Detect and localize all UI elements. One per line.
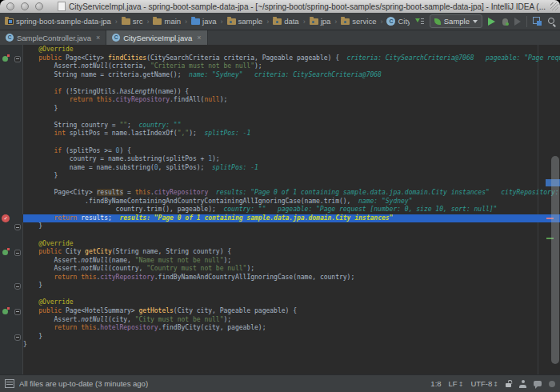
fold-end-icon[interactable] [14,283,21,290]
inspections-hector-icon[interactable] [519,380,526,388]
code-text: } [23,222,42,231]
zoom-window-button[interactable] [35,2,43,10]
breadcrumb-item-src[interactable]: src [120,16,145,26]
code-text: return this.hotelRepository.findByCity(c… [23,324,266,333]
gutter-cell[interactable] [0,307,23,316]
gutter-cell[interactable] [0,54,23,63]
code-text: Assert.notNull(city, "City must not be n… [23,316,231,325]
code-line: } [0,333,560,342]
encoding-select[interactable]: UTF-8↕ [470,379,498,388]
code-line [0,79,560,88]
gutter-cell [0,71,23,80]
code-text: String name = criteria.getName(); name: … [23,71,382,80]
code-text: if (!StringUtils.hasLength(name)) { [23,88,189,97]
code-text: } [23,282,42,290]
run-with-coverage-button[interactable] [514,18,521,26]
code-editor[interactable]: @Override public Page<City> findCities(C… [0,45,560,374]
code-line: } [0,341,560,350]
code-text: Assert.notNull(name, "Name must not be n… [23,257,231,266]
gutter-cell [0,341,23,350]
gutter-cell [0,138,23,147]
window-controls [6,2,43,10]
run-button[interactable] [488,18,495,26]
tool-windows-icon[interactable] [533,17,542,26]
gutter-cell [0,333,23,342]
gutter-cell [0,122,23,130]
package-icon [310,18,318,25]
gutter-cell [0,147,23,156]
chevron-right-icon: › [380,18,382,26]
code-text: } [23,333,42,342]
gutter-cell [0,88,23,97]
breadcrumb-label: jpa [321,17,331,26]
navigation-bar: spring-boot-sample-data-jpa›src›main›jav… [0,13,560,30]
gutter-cell [0,96,23,105]
gutter-cell [0,257,23,266]
search-icon[interactable] [547,17,557,26]
gutter-cell [0,222,23,231]
breadcrumb-item-java[interactable]: java [190,16,218,26]
event-log-icon[interactable] [534,381,542,386]
gutter-cell [0,172,23,181]
editor-tab-SampleController.java[interactable]: SampleController.java× [0,30,106,45]
breadcrumb-item-service[interactable]: service [339,16,378,26]
breadcrumb-item-jpa[interactable]: jpa [308,16,333,26]
overrides-method-icon[interactable] [2,250,8,255]
code-text: } [23,105,58,114]
breadcrumb-label: sample [238,17,263,26]
unlock-icon[interactable] [506,380,512,387]
debug-button[interactable] [501,17,509,26]
code-text: return this.cityRepository.findAll(null)… [23,96,227,105]
vcs-update-icon[interactable] [414,17,424,26]
gutter-cell [0,164,23,173]
code-lines: @Override public Page<City> findCities(C… [0,46,560,366]
code-line: String country = ""; country: "" [0,122,560,130]
breadcrumb-item-sample[interactable]: sample [226,16,265,26]
fold-collapse-icon[interactable] [14,309,21,315]
chevron-right-icon: › [146,18,149,26]
overrides-method-icon[interactable] [2,56,8,62]
vertical-scrollbar[interactable] [551,156,559,364]
code-text: int splitPos = name.lastIndexOf(","); sp… [23,130,250,138]
code-line: public Page<HotelSummary> getHotels(City… [0,307,560,316]
breakpoint-icon[interactable]: ✓ [2,214,10,222]
code-line: } [0,105,560,114]
class-icon [386,17,395,26]
code-text: return results; results: "Page 0 of 1 co… [23,214,393,223]
fold-end-icon[interactable] [14,224,21,230]
package-icon [273,18,282,25]
line-ending-select[interactable]: LF↕ [449,379,464,388]
gutter-cell [0,274,23,282]
caret-position[interactable]: 1:8 [430,379,441,388]
close-tab-icon[interactable]: × [197,34,201,42]
editor-tab-bar: SampleController.java×CityServiceImpl.ja… [0,30,560,46]
code-line: return this.cityRepository.findAll(null)… [0,96,560,105]
code-line: name = name.substring(0, splitPos); spli… [0,164,560,173]
gutter-cell[interactable]: ✓ [0,214,23,223]
resize-grip-icon[interactable] [550,2,558,10]
minimize-window-button[interactable] [21,2,29,10]
overrides-method-icon[interactable] [2,309,8,314]
close-window-button[interactable] [6,2,14,10]
breadcrumb-item-CityServiceImpl[interactable]: CityServiceImpl [385,16,409,26]
code-text: country.trim(), pageable); country: "" p… [23,206,497,214]
fold-collapse-icon[interactable] [14,56,21,62]
toolwindow-toggle-icon[interactable] [5,379,14,388]
code-line [0,350,560,358]
code-line: Page<City> results = this.cityRepository… [0,189,560,198]
gutter-cell [0,358,23,366]
run-configuration-select[interactable]: Sample [430,14,482,28]
breadcrumb-item-spring-boot-sample-data-jpa[interactable]: spring-boot-sample-data-jpa [3,16,113,26]
updown-arrows-icon: ↕ [458,381,464,388]
code-line: Assert.notNull(name, "Name must not be n… [0,257,560,266]
close-tab-icon[interactable]: × [96,34,100,42]
breadcrumb-item-data[interactable]: data [271,16,301,26]
breadcrumb-label: CityServiceImpl [398,17,409,26]
chevron-right-icon: › [334,18,337,26]
gutter-cell [0,282,23,290]
fold-end-icon[interactable] [14,334,21,341]
fold-collapse-icon[interactable] [14,250,21,256]
gutter-cell[interactable] [0,248,23,257]
breadcrumb-item-main[interactable]: main [151,16,182,26]
editor-tab-CityServiceImpl.java[interactable]: CityServiceImpl.java× [106,30,207,45]
